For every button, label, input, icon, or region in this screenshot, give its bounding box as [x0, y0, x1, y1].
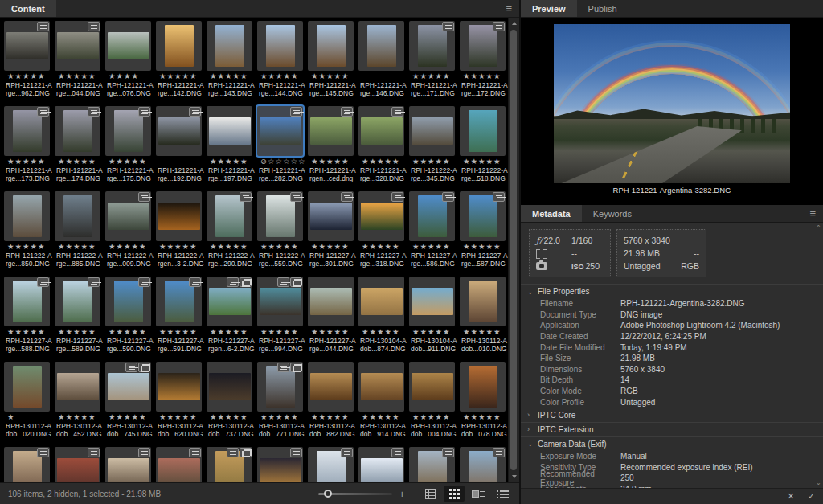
thumbnail-card[interactable]: [460, 362, 506, 412]
thumbnail-card[interactable]: [105, 447, 151, 482]
thumbnail-card[interactable]: [460, 447, 506, 482]
thumbnail-card[interactable]: [156, 362, 202, 412]
thumbnail-cell[interactable]: [255, 447, 305, 482]
star-rating[interactable]: ★★★★★: [103, 157, 154, 166]
thumbnail-card[interactable]: [4, 21, 50, 71]
star-rating[interactable]: ★★★★★: [52, 157, 103, 166]
thumbnail-cell[interactable]: ★★★★★RPH-121222-Argen...3-2.DNG: [154, 191, 204, 277]
metadata-value[interactable]: Today, 1:19:49 PM: [620, 343, 687, 352]
tab-metadata[interactable]: Metadata: [521, 205, 582, 222]
metadata-scroll-down-icon[interactable]: ⌄: [816, 479, 821, 486]
thumbnail-cell[interactable]: ★★★★★RPH-121222-Arge...290.DNG: [204, 191, 255, 277]
thumbnail-card[interactable]: [409, 106, 455, 156]
star-rating[interactable]: ★★★★★: [52, 412, 103, 422]
star-rating[interactable]: ★★★★★: [457, 157, 508, 166]
thumbnail-card[interactable]: [409, 21, 455, 71]
thumbnail-cell[interactable]: ★★★★★RPH-121221-Argen...ced.dng: [305, 106, 356, 191]
thumbnail-cell[interactable]: ★★★★★RPH-121221-Arge...171.DNG: [407, 21, 457, 106]
thumbnail-card[interactable]: [409, 191, 455, 241]
star-rating[interactable]: ★★★★★: [204, 242, 255, 252]
star-rating[interactable]: ★★★★★: [407, 157, 457, 166]
thumbnail-cell[interactable]: ★★★★★RPH-121227-Argen...6-2.DNG: [204, 277, 255, 362]
star-rating[interactable]: ★★★★★: [52, 72, 103, 81]
star-rating[interactable]: ★★★★★: [2, 72, 52, 81]
metadata-value[interactable]: 21.98 MB: [620, 354, 655, 363]
thumbnail-cell[interactable]: ★★★★★RPH-121227-Arge...044.DNG: [305, 277, 356, 362]
thumbnail-cell[interactable]: RPH-121221-Arge...146.DNG: [356, 21, 407, 106]
thumbnail-card[interactable]: [207, 21, 252, 71]
thumbnail-card[interactable]: [409, 447, 455, 482]
thumbnail-cell[interactable]: ★★★★RPH-121221-Arge...076.DNG: [103, 21, 154, 106]
thumbnail-card[interactable]: [55, 362, 100, 412]
metadata-scrollbar[interactable]: ⌃ ⌄: [814, 223, 823, 488]
thumbnail-cell[interactable]: ★★★★★RPH-121227-Arge...590.DNG: [103, 277, 154, 362]
thumbnail-cell[interactable]: ★★★★★RPH-130104-Adob...911.DNG: [407, 277, 457, 362]
star-rating[interactable]: ★★★★★: [457, 242, 508, 252]
thumbnail-card[interactable]: [105, 191, 151, 241]
thumbnail-card[interactable]: [308, 362, 354, 412]
thumbnail-card[interactable]: [460, 277, 506, 326]
thumbnail-card[interactable]: [257, 191, 303, 241]
thumbnail-cell[interactable]: ★★★★★RPH-121221-Arge...145.DNG: [305, 21, 356, 106]
thumbnail-card[interactable]: [358, 21, 404, 71]
apply-icon[interactable]: ✓: [808, 491, 815, 502]
star-rating[interactable]: ★★★★★: [2, 327, 52, 337]
thumbnail-cell[interactable]: ★★★★★RPH-121222-Arge...009.DNG: [103, 191, 154, 277]
thumbnail-cell[interactable]: ★★★★★RPH-121221-Arge...197.DNG: [204, 106, 255, 191]
star-rating[interactable]: ★★★★★: [154, 72, 204, 81]
star-rating[interactable]: ★★★★★: [407, 72, 457, 81]
thumbnail-cell[interactable]: ★★★★★RPH-121221-Arge...142.DNG: [154, 21, 204, 106]
star-rating[interactable]: ★★★★★: [103, 412, 154, 422]
thumbnail-card[interactable]: [409, 362, 455, 412]
star-rating[interactable]: ★★★★★: [305, 242, 356, 252]
metadata-value[interactable]: Manual: [620, 452, 647, 461]
star-rating[interactable]: ★: [2, 412, 52, 422]
thumbnail-card[interactable]: [55, 106, 100, 156]
thumbnail-size-slider[interactable]: [318, 493, 392, 495]
thumbnail-card[interactable]: [156, 106, 202, 156]
star-rating[interactable]: ★★★★★: [255, 242, 305, 252]
thumbnail-cell[interactable]: ★★★★★RPH-121222-Arge...518.DNG: [457, 106, 508, 191]
thumbnail-card[interactable]: [207, 277, 252, 326]
star-rating[interactable]: [356, 72, 407, 81]
tab-preview[interactable]: Preview: [521, 0, 577, 17]
star-rating[interactable]: ★★★★★: [356, 157, 407, 166]
star-rating[interactable]: ★★★★★: [204, 327, 255, 337]
metadata-value[interactable]: Recommended exposure index (REI): [620, 463, 753, 472]
tab-publish[interactable]: Publish: [577, 0, 629, 17]
thumbnail-card[interactable]: [4, 447, 50, 482]
scroll-up-icon[interactable]: [509, 18, 519, 29]
slider-knob[interactable]: [324, 490, 332, 498]
thumbnail-card[interactable]: [257, 106, 303, 156]
thumbnail-cell[interactable]: [154, 447, 204, 482]
star-rating[interactable]: ★★★★★: [457, 72, 508, 81]
thumbnail-card[interactable]: [207, 362, 252, 412]
thumbnail-cell[interactable]: ★★★★★RPH-121227-Arge...994.DNG: [255, 277, 305, 362]
thumbnail-card[interactable]: [105, 362, 151, 412]
thumbnail-cell[interactable]: ★★★★★RPH-130112-Adob...010.DNG: [457, 277, 508, 362]
star-rating[interactable]: ★★★★★: [154, 412, 204, 422]
thumbnail-card[interactable]: [4, 277, 50, 326]
thumbnail-cell[interactable]: ★★★★★RPH-121221-Arge...328.DNG: [356, 106, 407, 191]
thumbnail-cell[interactable]: ★★★★★RPH-130112-Adob...882.DNG: [305, 362, 356, 447]
metadata-value[interactable]: RGB: [620, 387, 638, 395]
star-rating[interactable]: ★★★★★: [52, 327, 103, 337]
star-rating[interactable]: ★★★★★: [154, 327, 204, 337]
thumbnail-cell[interactable]: ⊘☆☆☆☆☆RPH-121221-Arge...282.DNG: [255, 106, 305, 191]
metadata-value[interactable]: 14: [620, 375, 629, 384]
thumbnail-card[interactable]: [156, 191, 202, 241]
thumbnail-cell[interactable]: [407, 447, 457, 482]
grid-view-button[interactable]: [444, 486, 465, 502]
thumbnail-cell[interactable]: ★★★★★RPH-121221-Arge...173.DNG: [2, 106, 52, 191]
star-rating[interactable]: ★★★★★: [255, 412, 305, 422]
thumbnail-cell[interactable]: [204, 447, 255, 482]
thumbnail-card[interactable]: [308, 277, 354, 326]
thumbnail-cell[interactable]: ★★★★★RPH-121227-Arge...587.DNG: [457, 191, 508, 277]
star-rating[interactable]: ★★★★★: [356, 242, 407, 252]
thumbnail-cell[interactable]: [305, 447, 356, 482]
thumbnail-card[interactable]: [308, 21, 354, 71]
star-rating[interactable]: ★★★★★: [255, 72, 305, 81]
thumbnail-cell[interactable]: ★★★★★RPH-121221-Arge...143.DNG: [204, 21, 255, 106]
thumbnail-card[interactable]: [55, 447, 100, 482]
thumbnail-card[interactable]: [55, 21, 100, 71]
